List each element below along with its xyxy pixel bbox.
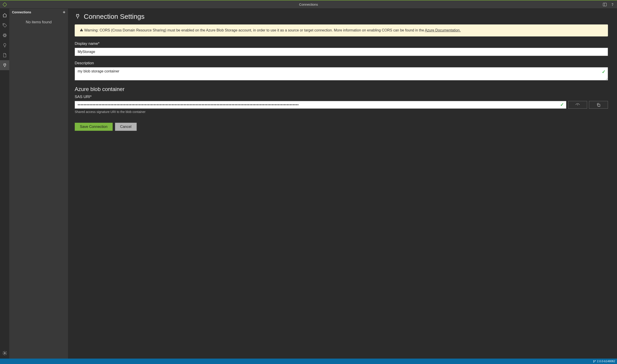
side-panel: Connections + No items found bbox=[9, 9, 68, 359]
panel-toggle-icon[interactable] bbox=[603, 2, 607, 7]
nav-file-icon[interactable] bbox=[0, 50, 9, 60]
branch-icon bbox=[593, 360, 596, 363]
description-label: Description bbox=[75, 61, 608, 65]
warning-icon bbox=[80, 28, 83, 33]
nav-atom-icon[interactable] bbox=[0, 30, 9, 40]
check-icon: ✓ bbox=[560, 102, 564, 107]
display-name-input[interactable] bbox=[75, 48, 608, 56]
main-pane: Connection Settings Warning: CORS (Cross… bbox=[68, 9, 617, 359]
section-heading: Azure blob container bbox=[75, 86, 608, 92]
svg-point-3 bbox=[612, 5, 613, 5]
help-icon[interactable] bbox=[610, 2, 615, 7]
alert-text: Warning: CORS (Cross Domain Resource Sha… bbox=[84, 28, 425, 32]
svg-point-8 bbox=[4, 352, 5, 354]
save-button[interactable]: Save Connection bbox=[75, 123, 113, 131]
sas-uri-input[interactable] bbox=[75, 101, 566, 109]
svg-point-13 bbox=[595, 360, 596, 361]
titlebar: Connections bbox=[0, 0, 617, 9]
svg-rect-0 bbox=[3, 2, 7, 6]
azure-doc-link[interactable]: Azure Documentation. bbox=[425, 28, 461, 32]
sas-uri-hint: Shared access signature URI to the blob … bbox=[75, 110, 608, 114]
nav-rail bbox=[0, 9, 9, 359]
window-title: Connections bbox=[299, 2, 318, 6]
svg-rect-10 bbox=[598, 104, 600, 107]
cors-warning-alert: Warning: CORS (Cross Domain Resource Sha… bbox=[75, 25, 608, 37]
reveal-button[interactable] bbox=[568, 101, 587, 109]
version-text: 2.0.0-b148062 bbox=[597, 360, 615, 363]
sas-uri-label: SAS URI* bbox=[75, 95, 608, 99]
nav-settings-icon[interactable] bbox=[0, 349, 9, 357]
svg-point-9 bbox=[577, 104, 578, 105]
svg-point-12 bbox=[593, 362, 594, 363]
app-logo-icon bbox=[2, 2, 7, 7]
nav-tag-icon[interactable] bbox=[0, 20, 9, 30]
svg-point-4 bbox=[3, 24, 4, 25]
svg-point-11 bbox=[593, 360, 594, 361]
copy-button[interactable] bbox=[589, 101, 608, 109]
description-input[interactable] bbox=[75, 67, 608, 80]
check-icon: ✓ bbox=[602, 69, 606, 75]
nav-lightbulb-icon[interactable] bbox=[0, 40, 9, 50]
cancel-button[interactable]: Cancel bbox=[115, 123, 137, 131]
add-connection-button[interactable]: + bbox=[63, 10, 65, 14]
side-panel-empty-text: No items found bbox=[9, 20, 68, 25]
side-panel-title: Connections bbox=[12, 10, 31, 14]
nav-home-icon[interactable] bbox=[0, 10, 9, 20]
nav-plug-icon[interactable] bbox=[0, 60, 9, 70]
svg-point-5 bbox=[3, 34, 7, 36]
display-name-label: Display name* bbox=[75, 41, 608, 46]
page-title: Connection Settings bbox=[84, 13, 145, 20]
plug-icon bbox=[75, 13, 81, 20]
status-bar: 2.0.0-b148062 bbox=[0, 359, 617, 364]
svg-rect-1 bbox=[603, 3, 607, 6]
